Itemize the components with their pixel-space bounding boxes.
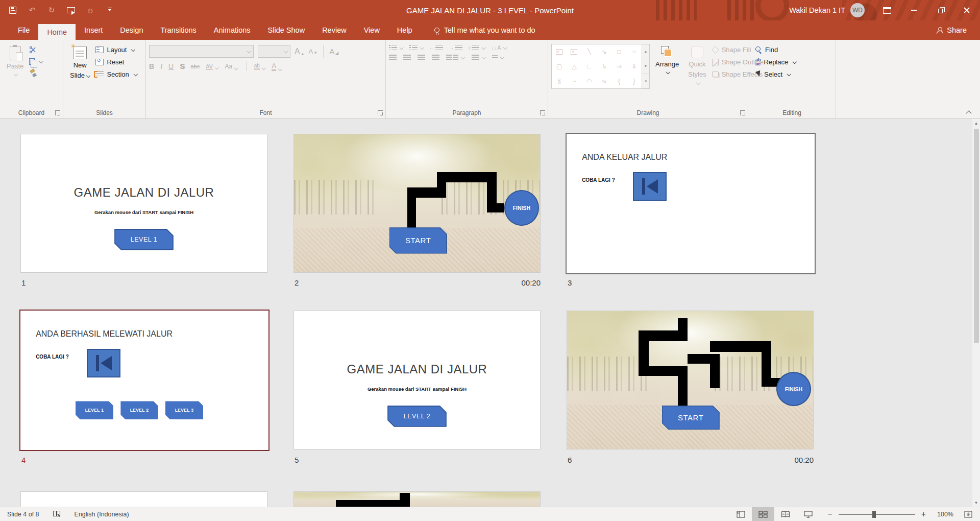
clipboard-dialog-launcher[interactable]	[55, 110, 60, 115]
slide-thumbnail-5[interactable]: GAME JALAN DI JALUR Gerakan mouse dari S…	[293, 311, 541, 449]
smartart-button	[492, 55, 504, 60]
shape-elbow-connector-icon: ∟	[586, 63, 592, 70]
group-label: Paragraph	[386, 109, 548, 116]
clear-formatting-button: A◢	[329, 47, 338, 56]
select-button[interactable]: Select	[755, 70, 797, 78]
tab-home[interactable]: Home	[38, 24, 76, 40]
transition-duration: 00:20	[763, 456, 814, 464]
scrollbar-thumb[interactable]	[974, 129, 979, 343]
collapse-ribbon-icon[interactable]	[966, 110, 971, 116]
ribbon-tabs: File Home Insert Design Transitions Anim…	[0, 20, 980, 40]
group-label: Drawing	[548, 109, 748, 116]
zoom-level[interactable]: 100%	[932, 511, 953, 518]
tab-file[interactable]: File	[9, 20, 38, 40]
slide-title: ANDA KELUAR JALUR	[582, 153, 667, 162]
customize-qat-icon[interactable]	[105, 6, 114, 15]
slide-thumbnail-1[interactable]: GAME JALAN DI JALUR Gerakan mouse dari S…	[20, 134, 267, 273]
shape-triangle-icon: △	[572, 63, 576, 70]
titlebar-art-circle	[755, 0, 789, 20]
tab-help[interactable]: Help	[388, 20, 421, 40]
arrange-button[interactable]: Arrange	[652, 44, 682, 106]
tab-insert[interactable]: Insert	[76, 20, 111, 40]
tab-review[interactable]: Review	[313, 20, 355, 40]
zoom-slider[interactable]	[839, 514, 915, 515]
tab-slide-show[interactable]: Slide Show	[259, 20, 314, 40]
slide-thumbnail-8[interactable]	[293, 491, 541, 507]
skip-back-icon	[96, 355, 99, 371]
font-name-combo	[149, 45, 254, 58]
vertical-scrollbar[interactable]: ▲ ▼	[972, 119, 980, 507]
slide-title: GAME JALAN DI JALUR	[21, 185, 267, 200]
tab-view[interactable]: View	[355, 20, 388, 40]
titlebar-art-stripes	[656, 0, 697, 20]
maze-segment	[678, 366, 688, 408]
format-painter-button[interactable]	[29, 69, 43, 77]
ribbon-display-options-button[interactable]	[874, 0, 900, 20]
reset-button[interactable]: Reset	[95, 58, 137, 66]
group-drawing: A A ╲ ↘ □ ○ ▢ △ ∟ ↳ ⇒ ⇓ § ~ ◠ ∿ {	[548, 40, 748, 119]
gallery-down-icon[interactable]: ▼	[642, 59, 649, 74]
slide-thumbnail-2[interactable]: START FINISH	[293, 134, 541, 273]
tab-animations[interactable]: Animations	[205, 20, 259, 40]
zoom-out-button[interactable]: −	[827, 510, 832, 519]
section-button[interactable]: Section	[95, 70, 137, 78]
copy-button[interactable]	[29, 58, 43, 65]
slide-thumbnail-3[interactable]: ANDA KELUAR JALUR COBA LAGI ?	[566, 133, 816, 274]
slide-number: 5	[295, 456, 299, 464]
font-dialog-launcher[interactable]	[378, 110, 383, 115]
title-bar: ↶ ↻ ☺ GAME JALAN DI JALUR - 3 LEVEL - Po…	[0, 0, 980, 20]
gallery-more-icon[interactable]: ≡	[642, 74, 649, 88]
minimize-button[interactable]	[900, 0, 927, 20]
reading-view-button[interactable]	[774, 507, 797, 521]
lightbulb-icon	[434, 28, 439, 33]
restore-button[interactable]	[927, 0, 953, 20]
account-name[interactable]: Wakil Dekan 1 IT	[789, 6, 845, 14]
transition-duration: 00:20	[489, 278, 541, 287]
slide-show-button[interactable]	[797, 507, 819, 521]
slide-thumbnail-6[interactable]: START FINISH	[567, 311, 814, 449]
text-direction-button: ↓↓A	[492, 45, 507, 51]
normal-view-button[interactable]	[729, 507, 752, 521]
close-button[interactable]	[953, 0, 980, 20]
avatar[interactable]: WD	[850, 3, 865, 17]
fit-slide-to-window-button[interactable]	[960, 507, 977, 521]
replace-button[interactable]: abac Replace	[755, 58, 797, 66]
back-to-start-button	[633, 172, 667, 201]
redo-icon[interactable]: ↻	[47, 6, 56, 15]
start-from-beginning-icon[interactable]	[66, 6, 76, 15]
spell-check-icon[interactable]	[53, 510, 61, 519]
paragraph-dialog-launcher[interactable]	[540, 110, 545, 115]
shapes-gallery: A A ╲ ↘ □ ○ ▢ △ ∟ ↳ ⇒ ⇓ § ~ ◠ ∿ {	[551, 44, 642, 89]
cut-button[interactable]	[29, 46, 43, 54]
scroll-down-icon[interactable]: ▼	[972, 499, 980, 507]
language-indicator[interactable]: English (Indonesia)	[75, 511, 129, 518]
shape-rectangle-icon: □	[617, 48, 621, 55]
shape-vertical-textbox-icon: A	[571, 49, 577, 55]
slide-thumbnail-4[interactable]: ANDA BERHASIL MELEWATI JALUR COBA LAGI ?…	[19, 310, 270, 451]
share-button[interactable]: Share	[937, 20, 980, 40]
drawing-dialog-launcher[interactable]	[740, 110, 745, 115]
zoom-in-button[interactable]: +	[921, 510, 926, 519]
shape-line-icon: ╲	[587, 48, 591, 55]
text-shadow-button: S	[180, 62, 184, 70]
shapes-gallery-scroll: ▲ ▼ ≡	[642, 44, 650, 89]
slide-sorter-view-button[interactable]	[752, 507, 774, 521]
zoom-slider-handle[interactable]	[872, 511, 876, 518]
font-color-button: A	[272, 62, 282, 71]
maze-segment	[400, 493, 410, 507]
align-text-button	[472, 55, 486, 60]
find-button[interactable]: Find	[755, 46, 797, 54]
save-icon[interactable]	[8, 6, 17, 15]
scroll-up-icon[interactable]: ▲	[972, 119, 980, 127]
slide-thumbnail-7[interactable]	[20, 491, 267, 507]
finish-circle: FINISH	[776, 372, 811, 407]
tell-me-box[interactable]: Tell me what you want to do	[434, 20, 535, 40]
tab-design[interactable]: Design	[111, 20, 152, 40]
tab-transitions[interactable]: Transitions	[152, 20, 205, 40]
new-slide-button[interactable]: New Slide	[66, 44, 93, 106]
gallery-up-icon[interactable]: ▲	[642, 44, 649, 59]
paste-icon	[10, 46, 21, 60]
feedback-smiley-icon[interactable]: ☺	[86, 6, 95, 15]
undo-icon[interactable]: ↶	[28, 6, 37, 15]
layout-button[interactable]: Layout	[95, 46, 137, 54]
